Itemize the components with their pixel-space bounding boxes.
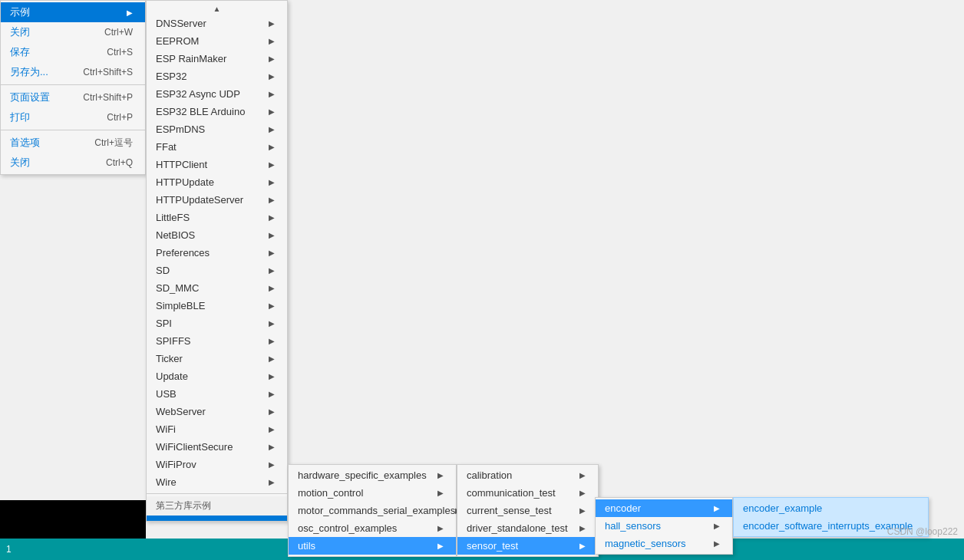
menu-item-close1[interactable]: 关闭 Ctrl+W xyxy=(1,22,145,42)
close1-shortcut: Ctrl+W xyxy=(104,27,133,38)
currentsense-arrow: ▶ xyxy=(579,506,586,515)
close1-label: 关闭 xyxy=(10,25,89,39)
usb-arrow: ▶ xyxy=(269,390,275,398)
save-label: 保存 xyxy=(10,45,91,59)
wificlientsecure-arrow: ▶ xyxy=(269,443,275,451)
sensor-magnetic[interactable]: magnetic_sensors ▶ xyxy=(596,535,732,552)
example-spi[interactable]: SPI ▶ xyxy=(147,315,287,332)
example-httpupdateserver[interactable]: HTTPUpdateServer ▶ xyxy=(147,191,287,209)
sensor-types-menu: encoder ▶ hall_sensors ▶ magnetic_sensor… xyxy=(595,497,733,555)
netbios-label: NetBIOS xyxy=(156,229,269,241)
httpupdateserver-label: HTTPUpdateServer xyxy=(156,194,269,206)
simplefoc-utils[interactable]: utils ▶ xyxy=(289,537,456,555)
espdns-arrow: ▶ xyxy=(269,125,275,133)
eeprom-label: EEPROM xyxy=(156,35,269,47)
example-wifi[interactable]: WiFi ▶ xyxy=(147,420,287,438)
example-rainmaker[interactable]: ESP RainMaker ▶ xyxy=(147,50,287,68)
utils-driver[interactable]: driver_standalone_test ▶ xyxy=(457,519,598,537)
sd-label: SD xyxy=(156,265,269,276)
example-simpleble[interactable]: SimpleBLE ▶ xyxy=(147,297,287,315)
example-simplefoc[interactable]: Simple FOC ▶ xyxy=(147,516,287,522)
sensor-encoder[interactable]: encoder ▶ xyxy=(596,499,732,517)
spiffs-arrow: ▶ xyxy=(269,337,275,345)
utils-calibration[interactable]: calibration ▶ xyxy=(457,466,598,484)
menu-item-quit[interactable]: 关闭 Ctrl+Q xyxy=(1,153,145,173)
encoder-label: encoder xyxy=(605,502,714,514)
example-dnsserver[interactable]: DNSServer ▶ xyxy=(147,15,287,32)
example-ticker[interactable]: Ticker ▶ xyxy=(147,350,287,367)
preferences-shortcut: Ctrl+逗号 xyxy=(94,137,133,150)
simplefoc-motion[interactable]: motion_control ▶ xyxy=(289,484,456,502)
example-wire[interactable]: Wire ▶ xyxy=(147,473,287,491)
simpleble-arrow: ▶ xyxy=(269,301,275,310)
menu-item-print[interactable]: 打印 Ctrl+P xyxy=(1,107,145,127)
simplefoc-hardware[interactable]: hardware_specific_examples ▶ xyxy=(289,466,456,484)
encoder-example-basic[interactable]: encoder_example xyxy=(734,499,928,517)
httpclient-label: HTTPClient xyxy=(156,159,269,170)
wifiprov-label: WiFiProv xyxy=(156,459,269,470)
example-webserver[interactable]: WebServer ▶ xyxy=(147,403,287,420)
utils-menu: calibration ▶ communication_test ▶ curre… xyxy=(457,464,599,557)
ble-label: ESP32 BLE Arduino xyxy=(156,106,269,117)
example-esp32[interactable]: ESP32 ▶ xyxy=(147,68,287,85)
example-usb[interactable]: USB ▶ xyxy=(147,385,287,403)
scroll-up-icon[interactable]: ▲ xyxy=(147,2,287,15)
example-wificlientsecure[interactable]: WiFiClientSecure ▶ xyxy=(147,438,287,456)
example-spiffs[interactable]: SPIFFS ▶ xyxy=(147,332,287,350)
spiffs-label: SPIFFS xyxy=(156,335,269,347)
utils-currentsense[interactable]: current_sense_test ▶ xyxy=(457,502,598,519)
motion-label: motion_control xyxy=(298,487,437,499)
ticker-arrow: ▶ xyxy=(269,354,275,363)
dnsserver-label: DNSServer xyxy=(156,18,269,29)
menu-item-examples[interactable]: 示例 ▶ xyxy=(1,2,145,22)
example-netbios[interactable]: NetBIOS ▶ xyxy=(147,226,287,244)
simplefoc-motor[interactable]: motor_commands_serial_examples ▶ xyxy=(289,502,456,519)
utils-sensortest[interactable]: sensor_test ▶ xyxy=(457,537,598,555)
wifi-arrow: ▶ xyxy=(269,425,275,433)
quit-label: 关闭 xyxy=(10,156,91,170)
example-httpclient[interactable]: HTTPClient ▶ xyxy=(147,156,287,173)
example-eeprom[interactable]: EEPROM ▶ xyxy=(147,32,287,50)
calibration-arrow: ▶ xyxy=(579,471,586,479)
wifiprov-arrow: ▶ xyxy=(269,460,275,469)
menu-item-save[interactable]: 保存 Ctrl+S xyxy=(1,42,145,62)
example-ble[interactable]: ESP32 BLE Arduino ▶ xyxy=(147,103,287,120)
example-update[interactable]: Update ▶ xyxy=(147,367,287,385)
pagesetup-label: 页面设置 xyxy=(10,91,68,104)
examples-label: 示例 xyxy=(10,5,127,19)
httpupdateserver-arrow: ▶ xyxy=(269,196,275,204)
simplefoc-osc[interactable]: osc_control_examples ▶ xyxy=(289,519,456,537)
examples-arrow: ▶ xyxy=(127,8,133,17)
sensor-hall[interactable]: hall_sensors ▶ xyxy=(596,517,732,535)
commtest-label: communication_test xyxy=(467,487,579,499)
update-arrow: ▶ xyxy=(269,372,275,380)
littlefs-label: LittleFS xyxy=(156,212,269,223)
wire-arrow: ▶ xyxy=(269,478,275,486)
example-sd[interactable]: SD ▶ xyxy=(147,262,287,279)
menu-item-saveas[interactable]: 另存为... Ctrl+Shift+S xyxy=(1,62,145,82)
motion-arrow: ▶ xyxy=(437,489,444,497)
example-espdns[interactable]: ESPmDNS ▶ xyxy=(147,120,287,138)
separator1 xyxy=(1,84,145,85)
menu-item-preferences[interactable]: 首选项 Ctrl+逗号 xyxy=(1,133,145,153)
utils-arrow: ▶ xyxy=(437,542,444,550)
example-littlefs[interactable]: LittleFS ▶ xyxy=(147,209,287,226)
esp32-label: ESP32 xyxy=(156,71,269,82)
httpupdate-arrow: ▶ xyxy=(269,178,275,186)
webserver-arrow: ▶ xyxy=(269,407,275,416)
example-ffat[interactable]: FFat ▶ xyxy=(147,138,287,156)
simplefoc-label: Simple FOC xyxy=(156,519,269,522)
osc-arrow: ▶ xyxy=(437,524,444,532)
simpleble-label: SimpleBLE xyxy=(156,300,269,311)
update-label: Update xyxy=(156,371,269,382)
pagesetup-shortcut: Ctrl+Shift+P xyxy=(83,92,133,103)
eeprom-arrow: ▶ xyxy=(269,37,275,45)
example-asyncudp[interactable]: ESP32 Async UDP ▶ xyxy=(147,85,287,103)
utils-commtest[interactable]: communication_test ▶ xyxy=(457,484,598,502)
example-wifiprov[interactable]: WiFiProv ▶ xyxy=(147,456,287,473)
example-preferences[interactable]: Preferences ▶ xyxy=(147,244,287,262)
example-httpupdate[interactable]: HTTPUpdate ▶ xyxy=(147,173,287,191)
separator2 xyxy=(1,130,145,130)
example-sdmmc[interactable]: SD_MMC ▶ xyxy=(147,279,287,297)
menu-item-pagesetup[interactable]: 页面设置 Ctrl+Shift+P xyxy=(1,87,145,107)
